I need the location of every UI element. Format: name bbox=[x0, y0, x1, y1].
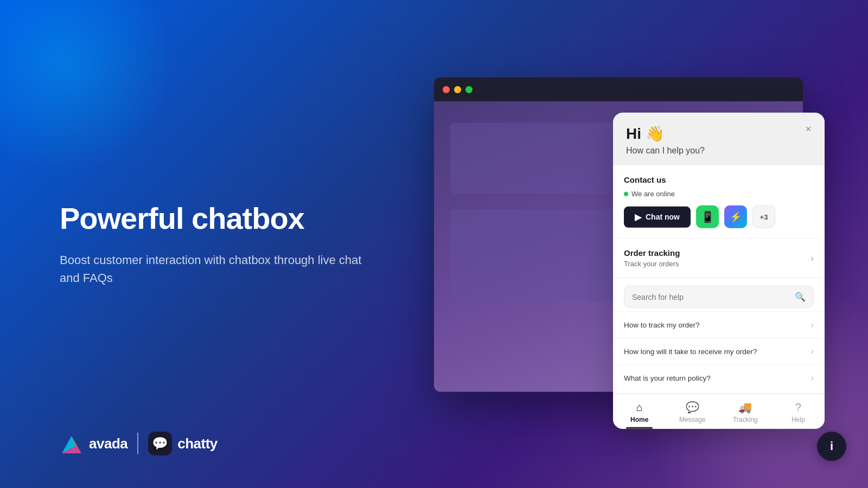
order-tracking-chevron: › bbox=[810, 252, 814, 264]
browser-block-1 bbox=[450, 123, 624, 194]
order-tracking-subtitle: Track your orders bbox=[624, 260, 680, 268]
whatsapp-icon: 📱 bbox=[701, 210, 714, 223]
browser-dot-red[interactable] bbox=[443, 86, 450, 93]
nav-tracking-label: Tracking bbox=[733, 416, 758, 423]
widget-header: × Hi 👋 How can I help you? bbox=[613, 113, 825, 165]
online-status-text: We are online bbox=[631, 190, 675, 198]
faq-text-3: What is your return policy? bbox=[624, 374, 711, 382]
info-button[interactable]: i bbox=[817, 432, 846, 461]
faq-chevron-1: › bbox=[811, 320, 814, 330]
faq-text-2: How long will it take to receive my orde… bbox=[624, 347, 757, 355]
help-icon: ? bbox=[795, 401, 801, 413]
nav-message[interactable]: 💬 Message bbox=[666, 394, 719, 429]
nav-help[interactable]: ? Help bbox=[772, 394, 825, 428]
sub-heading: Boost customer interaction with chatbox … bbox=[60, 251, 363, 287]
tracking-icon: 🚚 bbox=[738, 401, 752, 414]
logo-area: avada chatty bbox=[60, 432, 218, 455]
faq-item-2[interactable]: How long will it take to receive my orde… bbox=[613, 338, 825, 365]
home-icon: ⌂ bbox=[636, 401, 643, 413]
left-content-area: Powerful chatbox Boost customer interact… bbox=[60, 201, 363, 287]
browser-dot-yellow[interactable] bbox=[454, 86, 461, 93]
contact-actions: ▶ Chat now 📱 ⚡ +3 bbox=[624, 206, 814, 228]
avada-icon bbox=[60, 432, 84, 455]
order-tracking-section[interactable]: Order tracking Track your orders › bbox=[613, 239, 825, 278]
search-icon: 🔍 bbox=[795, 292, 806, 302]
chatty-icon bbox=[148, 432, 172, 455]
whatsapp-button[interactable]: 📱 bbox=[696, 206, 719, 228]
more-channels-button[interactable]: +3 bbox=[752, 206, 775, 228]
widget-greeting: Hi 👋 bbox=[626, 125, 812, 143]
contact-section: Contact us We are online ▶ Chat now 📱 ⚡ bbox=[613, 165, 825, 239]
chatty-logo: chatty bbox=[148, 432, 218, 455]
nav-home-label: Home bbox=[630, 415, 648, 423]
nav-message-label: Message bbox=[679, 416, 706, 423]
browser-titlebar bbox=[434, 78, 803, 101]
faq-item-1[interactable]: How to track my order? › bbox=[613, 312, 825, 338]
faq-text-1: How to track my order? bbox=[624, 320, 700, 329]
order-tracking-info: Order tracking Track your orders bbox=[624, 248, 680, 268]
nav-tracking[interactable]: 🚚 Tracking bbox=[719, 394, 772, 429]
online-status: We are online bbox=[624, 190, 814, 198]
faq-chevron-3: › bbox=[811, 373, 814, 383]
bg-decoration-top-left bbox=[0, 0, 174, 174]
browser-dot-green[interactable] bbox=[465, 86, 473, 93]
online-dot bbox=[624, 191, 628, 196]
send-icon: ▶ bbox=[635, 211, 641, 222]
widget-nav: ⌂ Home 💬 Message 🚚 Tracking ? Help bbox=[613, 393, 825, 429]
search-section: 🔍 bbox=[613, 278, 825, 312]
search-box: 🔍 bbox=[624, 286, 814, 308]
browser-mockup: × Hi 👋 How can I help you? Contact us We… bbox=[434, 78, 825, 425]
faq-item-3[interactable]: What is your return policy? › bbox=[613, 365, 825, 391]
order-tracking-title: Order tracking bbox=[624, 248, 680, 258]
nav-home[interactable]: ⌂ Home bbox=[613, 394, 666, 428]
messenger-button[interactable]: ⚡ bbox=[724, 206, 747, 228]
chatty-text: chatty bbox=[177, 435, 218, 452]
faq-chevron-2: › bbox=[811, 346, 814, 356]
messenger-icon: ⚡ bbox=[730, 211, 742, 223]
avada-text: avada bbox=[89, 435, 127, 452]
chat-widget: × Hi 👋 How can I help you? Contact us We… bbox=[613, 113, 825, 429]
main-heading: Powerful chatbox bbox=[60, 201, 363, 236]
faq-list: How to track my order? › How long will i… bbox=[613, 312, 825, 393]
logo-divider bbox=[137, 433, 138, 454]
browser-block-2 bbox=[450, 210, 624, 302]
close-button[interactable]: × bbox=[801, 121, 816, 137]
widget-body: Contact us We are online ▶ Chat now 📱 ⚡ bbox=[613, 165, 825, 429]
widget-subgreeting: How can I help you? bbox=[626, 146, 812, 156]
contact-title: Contact us bbox=[624, 175, 814, 184]
chat-now-button[interactable]: ▶ Chat now bbox=[624, 206, 691, 227]
message-icon: 💬 bbox=[686, 401, 699, 414]
chat-now-label: Chat now bbox=[646, 213, 680, 221]
search-input[interactable] bbox=[632, 292, 789, 301]
nav-help-label: Help bbox=[792, 415, 805, 423]
avada-logo: avada bbox=[60, 432, 127, 455]
